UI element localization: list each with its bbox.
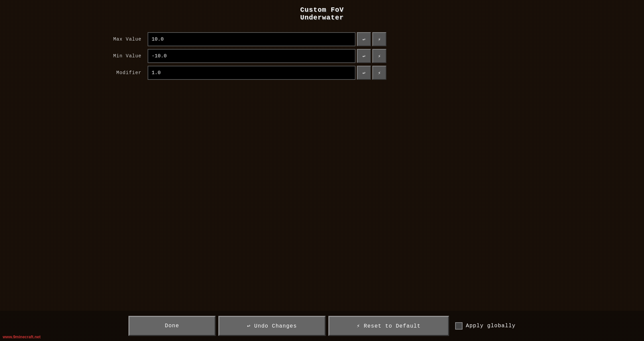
min-value-reset-button[interactable]: ⚡	[372, 49, 386, 63]
reset-to-default-button[interactable]: ⚡ Reset to Default	[328, 316, 449, 336]
title-area: Custom FoV Underwater	[0, 0, 644, 25]
modifier-undo-button[interactable]: ↩	[357, 66, 371, 80]
max-value-input[interactable]	[148, 32, 356, 46]
undo-changes-button[interactable]: ↩ Undo Changes	[218, 316, 326, 336]
min-value-row: Min Value ↩ ⚡	[94, 49, 644, 63]
modifier-reset-button[interactable]: ⚡	[372, 66, 386, 80]
min-value-label: Min Value	[94, 53, 148, 59]
title-line1: Custom FoV	[0, 6, 644, 14]
modifier-input[interactable]	[148, 66, 356, 80]
modifier-row: Modifier ↩ ⚡	[94, 66, 644, 80]
content-area: Max Value ↩ ⚡ Min Value ↩ ⚡ Modifier ↩ ⚡	[0, 25, 644, 80]
apply-globally-checkbox[interactable]	[455, 322, 463, 330]
max-value-undo-button[interactable]: ↩	[357, 32, 371, 46]
watermark: www.9minecraft.net	[3, 335, 41, 339]
title-line2: Underwater	[0, 14, 644, 21]
modifier-label: Modifier	[94, 70, 148, 75]
done-button[interactable]: Done	[128, 316, 216, 336]
min-value-undo-button[interactable]: ↩	[357, 49, 371, 63]
min-value-input[interactable]	[148, 49, 356, 63]
bottom-bar: Done ↩ Undo Changes ⚡ Reset to Default A…	[0, 311, 644, 341]
max-value-label: Max Value	[94, 37, 148, 42]
apply-globally-container: Apply globally	[455, 322, 516, 330]
max-value-row: Max Value ↩ ⚡	[94, 32, 644, 46]
apply-globally-label: Apply globally	[466, 323, 516, 329]
max-value-reset-button[interactable]: ⚡	[372, 32, 386, 46]
